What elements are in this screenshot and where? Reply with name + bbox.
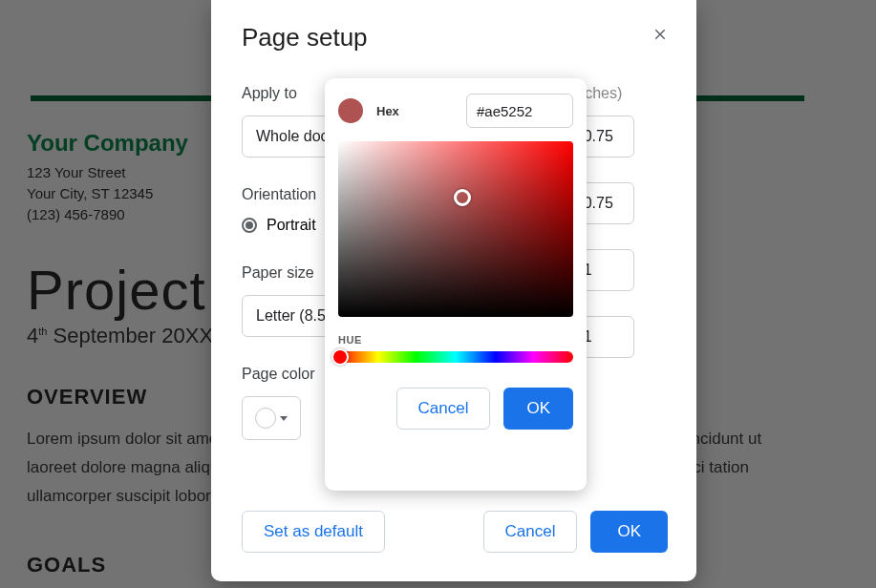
color-picker-ok-button[interactable]: OK [503, 388, 573, 430]
dialog-title: Page setup [242, 23, 668, 52]
color-preview-swatch [338, 98, 363, 123]
page-setup-ok-button[interactable]: OK [590, 511, 668, 553]
chevron-down-icon [280, 416, 288, 421]
sv-cursor[interactable] [454, 189, 471, 206]
saturation-value-panel[interactable] [338, 141, 573, 317]
hex-label: Hex [376, 104, 399, 118]
hue-label: HUE [338, 334, 573, 346]
page-setup-cancel-button[interactable]: Cancel [483, 511, 578, 553]
radio-selected-icon [242, 218, 257, 233]
sv-gradient [338, 141, 573, 317]
color-picker-popover: Hex #ae5252 HUE Cancel OK [325, 78, 587, 491]
hex-input[interactable]: #ae5252 [466, 94, 573, 128]
hue-thumb[interactable] [331, 348, 349, 366]
page-color-select[interactable] [242, 396, 301, 440]
close-button[interactable] [647, 21, 673, 48]
color-picker-cancel-button[interactable]: Cancel [396, 388, 491, 430]
page-color-swatch [255, 408, 276, 429]
hue-slider[interactable] [338, 351, 573, 363]
set-as-default-button[interactable]: Set as default [242, 511, 385, 553]
close-icon [652, 26, 669, 43]
orientation-value: Portrait [267, 217, 316, 234]
